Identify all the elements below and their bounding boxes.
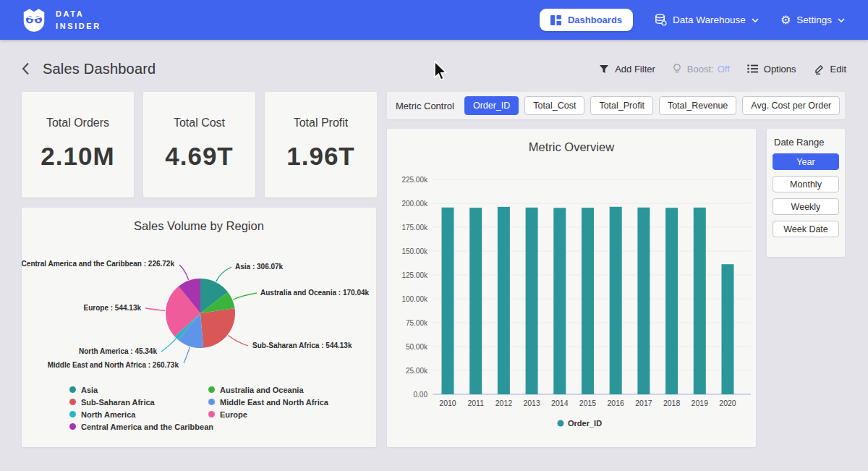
legend-item-central-america-and-the-caribbean[interactable]: Central America and the Caribbean xyxy=(69,420,213,433)
pie-label-line xyxy=(179,265,189,280)
brand-line-1: DATA xyxy=(56,8,101,20)
y-tick-label: 50.00k xyxy=(406,343,428,351)
date-range-option-week-date[interactable]: Week Date xyxy=(773,221,839,237)
kpi-value: 4.69T xyxy=(143,142,255,171)
bar-2014[interactable] xyxy=(553,208,566,394)
bar-2017[interactable] xyxy=(637,208,650,394)
gear-icon: ⚙ xyxy=(780,14,791,26)
add-filter-button[interactable]: Add Filter xyxy=(599,64,655,75)
boost-balloon-icon xyxy=(673,64,681,75)
legend-dot xyxy=(208,411,215,417)
y-tick-label: 225.00k xyxy=(401,176,428,184)
x-tick-label: 2012 xyxy=(495,399,513,407)
navbar-menu: Dashboards Data Warehouse ⚙ Settings xyxy=(540,9,845,31)
bar-2018[interactable] xyxy=(665,208,678,394)
nav-settings-label: Settings xyxy=(796,14,832,25)
metric-option-total-profit[interactable]: Total_Profit xyxy=(590,96,653,115)
nav-dashboards-button[interactable]: Dashboards xyxy=(540,9,633,31)
pie-label-middle-east-and-north-africa: Middle East and North Africa : 260.73k xyxy=(48,361,179,369)
add-filter-label: Add Filter xyxy=(615,64,655,75)
legend-label: Europe xyxy=(220,410,247,419)
bar-2013[interactable] xyxy=(526,208,538,394)
legend-dot xyxy=(69,399,76,405)
y-tick-label: 175.00k xyxy=(401,224,428,232)
bar-2011[interactable] xyxy=(469,208,482,394)
x-tick-label: 2016 xyxy=(608,399,625,407)
y-tick-label: 200.00k xyxy=(401,200,428,208)
list-options-icon xyxy=(747,64,758,73)
bar-2015[interactable] xyxy=(582,208,594,394)
metric-option-total-revenue[interactable]: Total_Revenue xyxy=(659,96,736,115)
pie-label-line xyxy=(228,336,248,347)
pie-chart-card: Sales Volume by Region Asia : 306.07kAus… xyxy=(22,208,376,447)
nav-data-warehouse[interactable]: Data Warehouse xyxy=(655,14,759,26)
bar-2016[interactable] xyxy=(610,207,622,394)
x-tick-label: 2020 xyxy=(719,399,736,407)
pie-label-line xyxy=(216,267,231,281)
y-tick-label: 25.00k xyxy=(406,367,428,375)
legend-item-sub-saharan-africa[interactable]: Sub-Saharan Africa xyxy=(69,396,213,408)
chevron-down-icon xyxy=(838,18,845,22)
boost-state: Off xyxy=(718,64,730,75)
legend-dot xyxy=(69,411,76,417)
brand-name: DATA INSIDER xyxy=(56,8,101,32)
date-range-options: YearMonthlyWeeklyWeek Date xyxy=(767,153,845,237)
legend-item-middle-east-and-north-africa[interactable]: Middle East and North Africa xyxy=(208,396,328,408)
nav-settings[interactable]: ⚙ Settings xyxy=(780,14,845,26)
legend-item-australia-and-oceania[interactable]: Australia and Oceania xyxy=(208,383,328,396)
legend-item-europe[interactable]: Europe xyxy=(208,408,328,420)
legend-dot xyxy=(69,423,76,430)
pie-label-line xyxy=(161,339,176,352)
chevron-left-icon xyxy=(22,62,30,75)
metric-control-bar: Metric Control Order_IDTotal_CostTotal_P… xyxy=(387,92,845,119)
legend-item-asia[interactable]: Asia xyxy=(69,383,213,396)
legend-label: Asia xyxy=(81,386,98,394)
x-tick-label: 2011 xyxy=(467,399,484,407)
bar-2020[interactable] xyxy=(722,264,734,394)
x-tick-label: 2013 xyxy=(523,399,540,407)
nav-dashboards-label: Dashboards xyxy=(568,14,622,25)
pie-label-australia-and-oceania: Australia and Oceania : 170.04k xyxy=(260,289,370,297)
app-window: DATA INSIDER Dashboards D xyxy=(0,0,868,471)
date-range-option-weekly[interactable]: Weekly xyxy=(773,198,839,215)
chevron-down-icon xyxy=(752,18,759,22)
date-range-option-year[interactable]: Year xyxy=(773,153,839,170)
date-range-option-monthly[interactable]: Monthly xyxy=(773,176,839,192)
legend-item-north-america[interactable]: North America xyxy=(69,408,213,420)
bar-chart-svg: 0.0025.00k50.00k75.00k100.00k125.00k150.… xyxy=(387,129,756,447)
kpi-label: Total Orders xyxy=(22,116,134,130)
options-button[interactable]: Options xyxy=(747,64,796,75)
back-button[interactable] xyxy=(20,61,31,77)
metric-control-options: Order_IDTotal_CostTotal_ProfitTotal_Reve… xyxy=(464,96,846,115)
y-tick-label: 100.00k xyxy=(401,295,428,303)
brand-logo[interactable]: DATA INSIDER xyxy=(20,7,101,34)
pie-label-line xyxy=(233,293,257,300)
legend-label: Middle East and North Africa xyxy=(220,398,328,407)
legend-label: Sub-Saharan Africa xyxy=(81,398,155,407)
kpi-card-total-cost: Total Cost 4.69T xyxy=(143,92,255,198)
legend-dot xyxy=(208,386,215,393)
bar-2010[interactable] xyxy=(442,208,454,394)
legend-dot xyxy=(208,399,215,405)
x-tick-label: 2017 xyxy=(635,399,652,407)
bar-chart-card: Metric Overview 0.0025.00k50.00k75.00k10… xyxy=(387,129,756,447)
y-tick-label: 150.00k xyxy=(401,247,428,255)
legend-dot xyxy=(69,386,76,393)
pie-label-asia: Asia : 306.07k xyxy=(235,263,284,271)
page-title: Sales Dashboard xyxy=(43,61,156,77)
pie-label-line xyxy=(145,308,165,310)
pie-slice-sub-saharan-africa[interactable] xyxy=(200,308,235,348)
bar-2019[interactable] xyxy=(694,208,706,394)
kpi-value: 2.10M xyxy=(22,142,134,171)
boost-toggle[interactable]: Boost: Off xyxy=(673,64,730,75)
bar-legend-label[interactable]: Order_ID xyxy=(568,419,602,428)
edit-button[interactable]: Edit xyxy=(814,64,846,75)
metric-option-order-id[interactable]: Order_ID xyxy=(464,96,519,115)
brand-line-2: INSIDER xyxy=(56,20,101,33)
metric-option-avg-cost-per-order[interactable]: Avg. Cost per Order xyxy=(742,96,840,115)
metric-option-total-cost[interactable]: Total_Cost xyxy=(524,96,584,115)
pie-legend-col-2: Australia and OceaniaMiddle East and Nor… xyxy=(208,383,328,420)
date-range-label: Date Range xyxy=(774,137,845,148)
x-tick-label: 2018 xyxy=(663,399,681,407)
bar-2012[interactable] xyxy=(498,207,510,394)
